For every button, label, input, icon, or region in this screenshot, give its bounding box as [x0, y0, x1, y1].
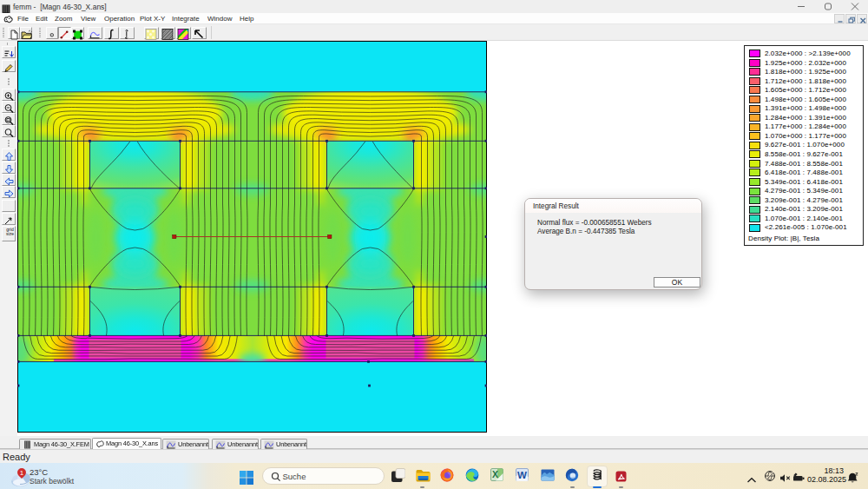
svg-text:W: W — [517, 470, 527, 480]
svg-text:X: X — [492, 469, 498, 479]
svg-text:1: 1 — [20, 469, 24, 477]
